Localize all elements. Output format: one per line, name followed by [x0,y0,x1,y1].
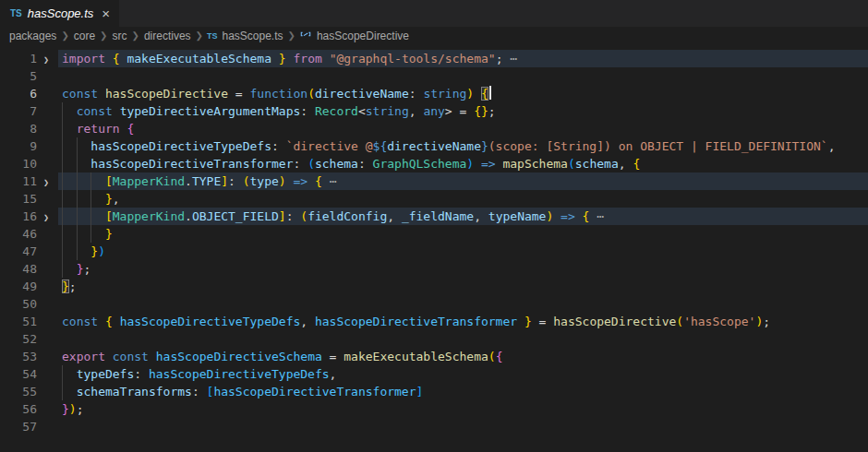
token: { [496,350,503,363]
token: fieldConfig [307,209,387,223]
code-line[interactable]: 52 [0,330,868,348]
token: < [358,104,366,118]
token: , [330,367,337,381]
token: { [633,157,640,171]
code-line[interactable]: 8 return { [0,120,868,137]
indent-guide [62,155,63,172]
code-line[interactable]: 9 hasScopeDirectiveTypeDefs: `directive … [0,137,868,155]
token: any [423,104,444,118]
token: { [315,174,322,188]
token: ; [83,262,90,276]
indent-guide [90,190,91,208]
code-line[interactable]: 6const hasScopeDirective = function(dire… [0,85,868,102]
code-line[interactable]: 49}; [0,278,868,295]
code-line[interactable]: 1❯import { makeExecutableSchema } from "… [0,50,868,67]
token: => [481,157,496,171]
token: ⋯ [597,209,604,223]
token: function [250,87,308,101]
token: , [619,157,633,171]
token: = [322,350,344,363]
token [62,227,105,241]
code-line[interactable]: 57 [0,418,868,435]
fold-chevron-icon[interactable]: ❯ [43,208,49,226]
token: { [105,315,113,328]
token: OBJECT_FIELD [192,209,279,223]
breadcrumb-item-core[interactable]: core [73,30,96,42]
fold-chevron-icon[interactable]: ❯ [43,51,49,68]
chevron-right-icon: ❯ [288,30,295,41]
token [286,174,294,188]
indent-guide [62,102,63,120]
token: export [62,350,105,363]
token: type [250,174,279,188]
code-lines[interactable]: 1❯import { makeExecutableSchema } from "… [0,44,868,435]
token: hasScopeDirective [105,87,228,101]
code-line[interactable]: 11❯ [MapperKind.TYPE]: (type) => { ⋯ [0,172,868,190]
token: ( [307,87,315,101]
token: , [828,139,836,153]
code-line[interactable]: 47 }) [0,243,868,260]
token: MapperKind [113,209,185,223]
code-text: }) [62,243,105,260]
code-line[interactable]: 46 } [0,225,868,243]
token: from [293,52,321,65]
line-number: 11 [0,172,37,190]
text-cursor [489,86,491,100]
token: = [532,315,553,328]
token: . [185,174,192,188]
code-line[interactable]: 15 }, [0,190,868,208]
code-line[interactable]: 16❯ [MapperKind.OBJECT_FIELD]: (fieldCon… [0,208,868,225]
breadcrumb-item-directives[interactable]: directives [143,30,192,42]
code-text: [MapperKind.OBJECT_FIELD]: (fieldConfig,… [62,208,604,225]
close-icon[interactable]: × [102,6,110,20]
token: : [228,174,243,188]
token: } [90,244,98,258]
breadcrumb-item-symbol[interactable]: hasScopeDirective [316,30,410,42]
code-line[interactable]: 53export const hasScopeDirectiveSchema =… [0,348,868,365]
token: ( [568,157,575,171]
chevron-right-icon: ❯ [100,30,107,41]
chevron-right-icon: ❯ [196,30,203,41]
code-line[interactable]: 48 }; [0,260,868,278]
token: : [293,157,307,171]
token: makeExecutableSchema [127,52,271,65]
line-number: 56 [0,400,37,418]
token: mapSchema [502,157,567,171]
code-line[interactable]: 7 const typeDirectiveArgumentMaps: Recor… [0,102,868,120]
indent-guide [62,172,63,190]
code-line[interactable]: 10 hasScopeDirectiveTransformer: (schema… [0,155,868,172]
token: hasScopeDirectiveTypeDefs [149,367,330,381]
code-line[interactable]: 56}); [0,400,868,418]
breadcrumb-item-packages[interactable]: packages [8,30,57,42]
token: , [387,209,402,223]
token: directiveName [387,139,481,153]
token: ( [300,209,307,223]
indent-guide [62,243,63,260]
token: } [279,52,286,65]
code-line[interactable]: 51const { hasScopeDirectiveTypeDefs, has… [0,313,868,330]
code-text: const { hasScopeDirectiveTypeDefs, hasSc… [62,313,770,330]
tab-hasscope[interactable]: TS hasScope.ts × [0,0,119,27]
line-number: 8 [0,120,37,137]
token: => [294,174,308,188]
code-line[interactable]: 50 [0,295,868,313]
code-line[interactable]: 54 typeDefs: hasScopeDirectiveTypeDefs, [0,365,868,383]
indent-guide [62,137,63,155]
line-number: 16 [0,208,37,225]
code-text: export const hasScopeDirectiveSchema = m… [62,348,502,365]
token: ) [466,157,474,171]
fold-chevron-icon[interactable]: ❯ [43,173,49,191]
line-number: 53 [0,348,37,365]
breadcrumb-item-file[interactable]: hasScope.ts [221,30,283,42]
token: directiveName [315,87,409,101]
token [307,174,315,188]
token: [ [105,174,113,188]
breadcrumb-item-src[interactable]: src [112,30,128,42]
code-line[interactable]: 5 [0,67,868,85]
line-number: 7 [0,102,37,120]
token: } [524,315,532,328]
token: const [77,104,113,118]
token [62,209,105,223]
token: hasScopeDirectiveTransformer [90,157,293,171]
code-line[interactable]: 55 schemaTransforms: [hasScopeDirectiveT… [0,383,868,400]
